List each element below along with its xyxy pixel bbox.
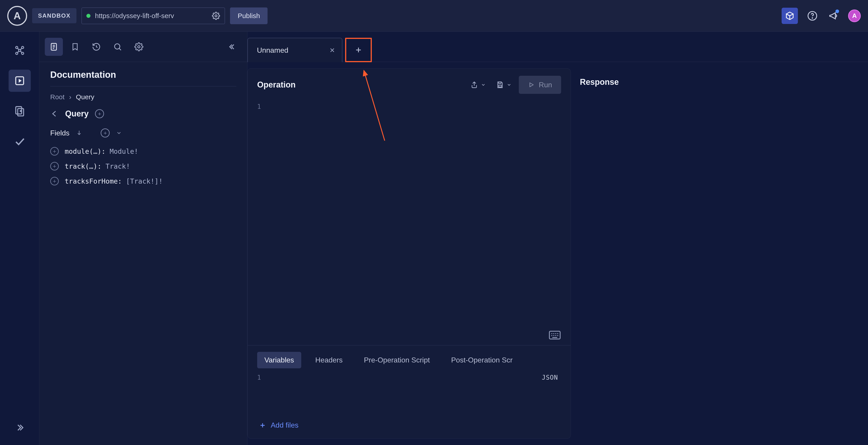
add-field-icon[interactable]: +: [50, 177, 59, 185]
field-args: :: [118, 177, 122, 185]
field-row[interactable]: + module(…): Module!: [50, 144, 236, 159]
endpoint-url-text: https://odyssey-lift-off-serv: [95, 12, 207, 20]
response-title: Response: [580, 75, 859, 87]
announcements-button[interactable]: [827, 9, 840, 23]
nav-rail: [0, 32, 39, 445]
search-icon[interactable]: [108, 38, 127, 56]
avatar-letter: A: [852, 12, 857, 20]
notification-dot-icon: [835, 9, 839, 13]
sidebar-toolbar: [39, 32, 247, 62]
gear-icon[interactable]: [212, 12, 220, 20]
variables-editor[interactable]: [248, 383, 570, 415]
type-name: Query: [65, 109, 89, 119]
collapse-sidebar-icon[interactable]: [224, 38, 242, 56]
rail-schema-icon[interactable]: [9, 39, 31, 62]
svg-point-13: [115, 44, 120, 49]
settings-icon[interactable]: [130, 38, 148, 56]
apollo-logo-letter: A: [13, 10, 21, 22]
rail-expand-icon[interactable]: [9, 416, 31, 439]
line-number: 1: [257, 103, 261, 110]
svg-rect-16: [499, 85, 501, 87]
operation-title: Operation: [257, 80, 296, 90]
svg-point-14: [138, 46, 140, 48]
add-all-fields-button[interactable]: +: [101, 128, 110, 137]
rail-checks-icon[interactable]: [9, 130, 31, 152]
keyboard-icon[interactable]: [549, 330, 561, 340]
status-dot-icon: [86, 14, 90, 18]
chevron-down-icon[interactable]: [116, 130, 122, 136]
tab-bar: Unnamed: [247, 32, 868, 62]
publish-button[interactable]: Publish: [230, 7, 268, 24]
rail-diff-icon[interactable]: [9, 100, 31, 122]
sandbox-cube-button[interactable]: [782, 8, 798, 24]
tab-headers[interactable]: Headers: [308, 352, 350, 368]
svg-point-2: [812, 18, 813, 18]
new-tab-button[interactable]: [345, 38, 372, 62]
variables-tabs: Variables Headers Pre-Operation Script P…: [248, 346, 570, 371]
operation-card: Operation: [247, 68, 571, 439]
svg-point-0: [215, 15, 217, 17]
rail-explorer-icon[interactable]: [9, 70, 31, 92]
run-button-label: Run: [539, 81, 552, 89]
run-button[interactable]: Run: [519, 76, 561, 94]
response-panel: Response: [571, 68, 868, 439]
tab-post-operation-script[interactable]: Post-Operation Scr: [444, 352, 520, 368]
sort-arrow-down-icon[interactable]: [76, 130, 83, 136]
endpoint-url-box[interactable]: https://odyssey-lift-off-serv: [82, 7, 225, 24]
field-name: track: [65, 162, 85, 170]
add-field-icon[interactable]: +: [50, 147, 59, 156]
breadcrumb-root[interactable]: Root: [50, 93, 64, 101]
save-button[interactable]: [493, 79, 515, 91]
add-field-icon[interactable]: +: [50, 162, 59, 170]
topbar: A SANDBOX https://odyssey-lift-off-serv …: [0, 0, 868, 32]
tab-label: Unnamed: [257, 46, 288, 55]
workspace: Unnamed: [247, 32, 868, 445]
field-name: tracksForHome: [65, 177, 118, 185]
add-type-button[interactable]: +: [95, 109, 104, 118]
close-tab-icon[interactable]: [329, 47, 336, 54]
avatar[interactable]: A: [848, 9, 861, 22]
history-icon[interactable]: [87, 38, 105, 56]
field-type: [Track!]!: [122, 177, 163, 185]
operation-editor[interactable]: 1: [248, 101, 570, 345]
tab-variables[interactable]: Variables: [257, 352, 301, 368]
back-arrow-icon[interactable]: [50, 109, 59, 118]
share-button[interactable]: [467, 79, 489, 91]
format-label[interactable]: JSON: [542, 374, 558, 381]
fields-header: Fields +: [50, 128, 236, 137]
field-type: Module!: [105, 148, 138, 155]
fields-label: Fields: [50, 129, 69, 137]
docs-tab-icon[interactable]: [45, 38, 63, 56]
breadcrumb: Root › Query: [50, 93, 236, 101]
field-row[interactable]: + tracksForHome: [Track!]!: [50, 174, 236, 189]
add-files-label: Add files: [271, 421, 299, 430]
svg-rect-11: [18, 108, 24, 116]
breadcrumb-separator-icon: ›: [69, 93, 71, 101]
field-name: module: [65, 148, 89, 155]
field-args: (…):: [89, 148, 105, 155]
environment-badge: SANDBOX: [32, 8, 76, 23]
add-files-button[interactable]: Add files: [248, 415, 570, 439]
help-button[interactable]: [806, 9, 819, 23]
variables-line-number: 1: [257, 374, 261, 381]
apollo-logo[interactable]: A: [7, 6, 27, 26]
field-args: (…):: [85, 162, 101, 170]
documentation-sidebar: Documentation Root › Query Query +: [39, 32, 247, 445]
field-row[interactable]: + track(…): Track!: [50, 159, 236, 174]
fields-list: + module(…): Module! + track(…): Track! …: [50, 144, 236, 189]
operation-tab[interactable]: Unnamed: [247, 38, 342, 62]
breadcrumb-current: Query: [76, 93, 94, 101]
svg-marker-9: [19, 79, 22, 83]
svg-marker-17: [530, 83, 533, 87]
documentation-title: Documentation: [50, 70, 236, 86]
field-type: Track!: [101, 162, 130, 170]
bookmark-icon[interactable]: [66, 38, 84, 56]
tab-pre-operation-script[interactable]: Pre-Operation Script: [356, 352, 437, 368]
